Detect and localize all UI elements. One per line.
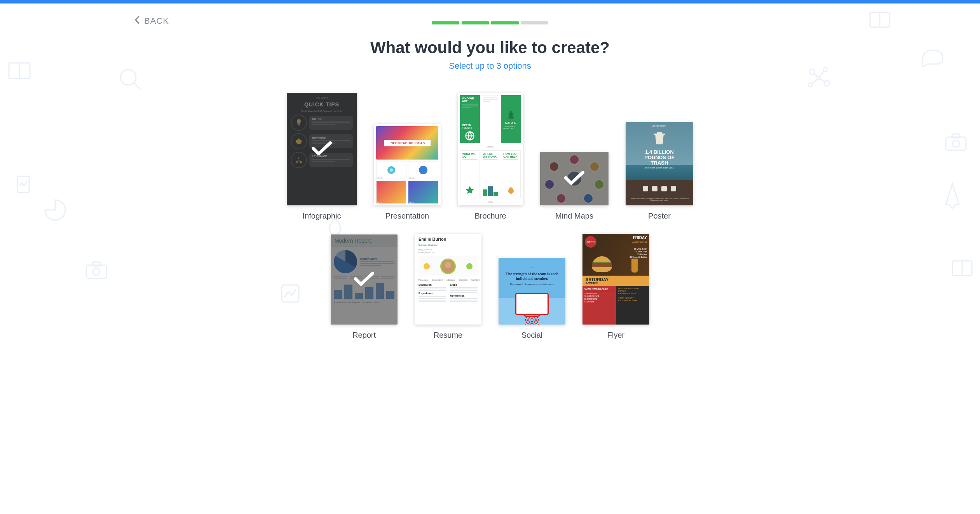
thumbnail-flyer: Johnny's FRIDAYHAPPY HOUR $5 Wing Buffet…: [582, 234, 649, 325]
thumbnail-brochure: WHO WE AREGET IN TOUCH NATURECONSERVANCY…: [458, 93, 523, 205]
thumbnail-social: “The strength of the team is each indivi…: [499, 258, 565, 325]
chevron-left-icon: [134, 15, 140, 27]
option-label: Presentation: [385, 212, 429, 221]
bg-deco-icon: [943, 182, 962, 212]
option-social[interactable]: “The strength of the team is each indivi…: [499, 258, 565, 340]
svg-rect-22: [952, 261, 972, 276]
svg-point-17: [817, 76, 820, 80]
bg-deco-icon: [869, 11, 891, 30]
svg-rect-4: [870, 12, 889, 27]
svg-rect-11: [92, 262, 100, 266]
thumbnail-poster: Did you know... 1.4 BILLIONPOUNDS OFTRAS…: [626, 122, 693, 205]
svg-rect-7: [952, 134, 960, 138]
progress-segment: [521, 21, 549, 24]
svg-line-18: [814, 73, 818, 77]
template-row: Critic Catcher QUICK TIPS Tips for Lever…: [272, 93, 708, 221]
bg-deco-icon: [16, 174, 31, 196]
svg-point-16: [809, 83, 813, 87]
option-resume[interactable]: Emilie Burton Software Engineer (555) 55…: [415, 234, 481, 340]
svg-point-12: [93, 268, 100, 275]
svg-line-20: [820, 79, 825, 82]
progress-segment: [462, 21, 489, 24]
option-flyer[interactable]: Johnny's FRIDAYHAPPY HOUR $5 Wing Buffet…: [582, 234, 649, 340]
option-report[interactable]: Modern Report Money Spent ● Expense By S…: [331, 234, 398, 340]
template-row: Modern Report Money Spent ● Expense By S…: [272, 234, 708, 340]
svg-point-8: [952, 140, 959, 147]
page-title: What would you like to create?: [0, 38, 980, 57]
svg-point-26: [296, 139, 302, 144]
bg-deco-icon: [43, 198, 68, 224]
svg-line-21: [812, 79, 818, 83]
option-label: Flyer: [607, 331, 624, 340]
svg-point-2: [120, 69, 136, 85]
option-label: Resume: [434, 331, 462, 340]
option-label: Poster: [648, 212, 671, 221]
trash-icon: [651, 129, 668, 148]
back-button[interactable]: BACK: [134, 15, 169, 27]
option-label: Infographic: [303, 212, 341, 221]
bg-deco-icon: [84, 260, 109, 281]
option-label: Social: [521, 331, 542, 340]
option-infographic[interactable]: Critic Catcher QUICK TIPS Tips for Lever…: [287, 93, 357, 221]
selected-check-icon: [312, 141, 332, 158]
option-poster[interactable]: Did you know... 1.4 BILLIONPOUNDS OFTRAS…: [626, 122, 693, 221]
selected-check-icon: [564, 170, 584, 187]
thumbnail-resume: Emilie Burton Software Engineer (555) 55…: [415, 234, 481, 325]
option-brochure[interactable]: WHO WE AREGET IN TOUCH NATURECONSERVANCY…: [458, 93, 523, 221]
back-label: BACK: [144, 16, 169, 26]
option-label: Brochure: [474, 212, 506, 221]
svg-rect-25: [298, 124, 300, 126]
option-presentation[interactable]: INFOGRAPHIC IDEAS Slide 2 Slide 3 Slide …: [374, 124, 441, 221]
template-grid: Critic Catcher QUICK TIPS Tips for Lever…: [272, 93, 708, 340]
svg-rect-28: [510, 118, 511, 120]
thumbnail-presentation: INFOGRAPHIC IDEAS Slide 2 Slide 3 Slide …: [374, 124, 441, 205]
progress-segment: [432, 21, 459, 24]
selected-check-icon: [354, 271, 374, 288]
svg-line-3: [134, 83, 141, 90]
option-mind-maps[interactable]: Mind Maps: [540, 152, 609, 221]
page-subtitle: Select up to 3 options: [0, 61, 980, 71]
svg-rect-10: [86, 265, 106, 278]
progress-bar: [432, 21, 548, 24]
svg-rect-9: [17, 176, 29, 193]
svg-point-15: [824, 81, 830, 86]
svg-line-19: [820, 71, 824, 77]
option-label: Report: [352, 331, 376, 340]
svg-rect-6: [946, 137, 966, 150]
progress-segment: [491, 21, 519, 24]
top-accent-bar: [0, 0, 980, 3]
bg-deco-icon: [943, 132, 968, 153]
option-label: Mind Maps: [555, 212, 593, 221]
bg-deco-icon: [951, 260, 973, 278]
